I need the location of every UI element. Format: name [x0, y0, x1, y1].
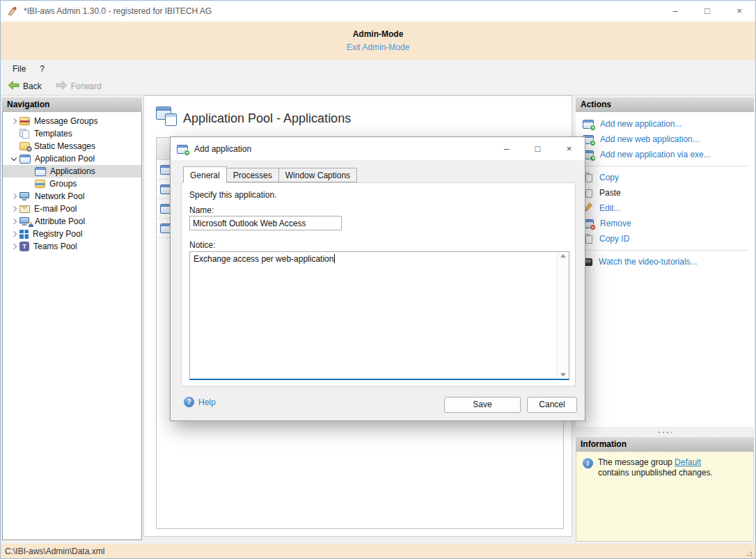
menu-file[interactable]: File	[6, 61, 33, 77]
splitter-grip-icon	[658, 431, 672, 434]
dialog-minimize-button[interactable]: –	[491, 137, 522, 160]
notice-textarea[interactable]: Exchange access per web-application	[189, 251, 569, 380]
back-arrow-icon	[8, 81, 19, 92]
help-icon: ?	[184, 397, 194, 407]
sidebar-item-applications[interactable]: Applications	[3, 165, 141, 178]
notice-text: Exchange access per web-application	[194, 254, 333, 264]
exit-admin-mode-link[interactable]: Exit Admin-Mode	[347, 42, 410, 52]
action-copy[interactable]: Copy	[576, 170, 754, 185]
maximize-button[interactable]: □	[691, 1, 723, 22]
sidebar-item-label: Network Pool	[35, 191, 84, 201]
nav-toolbar: Back Forward	[1, 77, 755, 95]
forward-arrow-icon	[56, 81, 68, 92]
action-edit[interactable]: Edit...	[576, 200, 754, 216]
tab-window-captions[interactable]: Window Captions	[279, 168, 357, 182]
dialog-tab-page-general: Specify this application. Name: Notice: …	[181, 182, 576, 386]
action-paste[interactable]: Paste	[576, 185, 754, 200]
email-pool-icon	[19, 205, 30, 213]
sidebar-item-label: Message Groups	[34, 116, 97, 126]
sidebar-item-message-groups[interactable]: Message Groups	[3, 115, 141, 127]
scroll-up-icon[interactable]	[560, 254, 566, 258]
action-label: Edit...	[599, 203, 621, 213]
menu-help[interactable]: ?	[33, 61, 52, 77]
action-label: Paste	[599, 188, 621, 198]
tab-general[interactable]: General	[183, 166, 227, 183]
information-header: Information	[576, 437, 754, 452]
save-button[interactable]: Save	[444, 397, 521, 413]
title-bar: *IBI-aws Admin 1.30.0 - registered for I…	[1, 1, 755, 22]
actions-separator	[582, 166, 748, 166]
sidebar-item-static-messages[interactable]: Static Messages	[3, 140, 141, 152]
sidebar-item-label: Groups	[49, 179, 77, 189]
chevron-right-icon[interactable]	[11, 118, 17, 124]
sidebar-item-attribute-pool[interactable]: Attribute Pool	[3, 215, 141, 228]
sidebar-item-registry-pool[interactable]: Registry Pool	[3, 228, 141, 240]
chevron-down-icon[interactable]	[11, 155, 17, 160]
forward-button[interactable]: Forward	[52, 79, 106, 93]
default-message-group-link[interactable]: Default	[675, 457, 701, 467]
forward-label: Forward	[71, 81, 102, 91]
sidebar-item-application-pool[interactable]: Application Pool	[3, 152, 141, 165]
information-message: The message group Default contains unpub…	[598, 457, 734, 541]
action-label: Watch the video-tutorials...	[599, 257, 698, 267]
action-label: Remove	[600, 219, 631, 228]
sidebar-item-label: Application Pool	[35, 154, 95, 164]
sidebar-item-label: Static Messages	[34, 141, 95, 151]
action-watch-video-tutorials[interactable]: Watch the video-tutorials...	[576, 254, 754, 269]
teams-pool-icon: T	[19, 242, 29, 251]
scroll-down-icon[interactable]	[560, 373, 566, 377]
dialog-title: Add application	[194, 144, 251, 154]
chevron-right-icon[interactable]	[11, 194, 17, 199]
info-icon: i	[583, 458, 593, 469]
actions-panel: Actions + Add new application... + Add n…	[576, 97, 754, 427]
action-add-new-application[interactable]: + Add new application...	[576, 116, 754, 132]
action-label: Add new application via exe...	[600, 150, 711, 159]
admin-mode-title: Admin-Mode	[1, 22, 755, 39]
chevron-right-icon[interactable]	[11, 244, 17, 249]
action-label: Copy	[599, 173, 619, 182]
dialog-close-button[interactable]: ×	[553, 137, 585, 160]
close-button[interactable]: ×	[723, 1, 755, 22]
back-label: Back	[23, 81, 42, 91]
dialog-title-bar: + Add application – □ ×	[171, 137, 585, 160]
actions-header: Actions	[576, 97, 754, 112]
action-add-new-web-application[interactable]: + Add new web application...	[576, 132, 754, 147]
sidebar-item-label: Applications	[50, 166, 95, 176]
panel-splitter[interactable]	[576, 427, 754, 437]
info-text: contains unpublished changes.	[598, 468, 713, 478]
dialog-add-application-icon: +	[177, 145, 188, 154]
application-pool-icon	[19, 155, 31, 164]
app-icon	[7, 6, 18, 17]
sidebar-item-templates[interactable]: Templates	[3, 127, 141, 140]
chevron-right-icon[interactable]	[11, 231, 17, 237]
action-label: Add new application...	[600, 119, 682, 129]
action-remove[interactable]: × Remove	[576, 216, 754, 231]
navigation-panel: Navigation Message Groups Templates Stat…	[2, 97, 142, 540]
static-messages-icon	[19, 142, 30, 150]
action-copy-id[interactable]: Copy ID	[576, 231, 754, 246]
chevron-right-icon[interactable]	[11, 206, 17, 212]
info-text: The message group	[598, 457, 675, 467]
message-groups-icon	[19, 117, 30, 125]
notice-label: Notice:	[189, 240, 215, 250]
back-button[interactable]: Back	[3, 79, 46, 93]
applications-icon	[35, 167, 46, 176]
chevron-right-icon[interactable]	[11, 219, 17, 224]
cancel-button[interactable]: Cancel	[527, 397, 577, 413]
dialog-tab-strip: General Processes Window Captions	[183, 166, 357, 182]
help-link[interactable]: ? Help	[184, 397, 216, 407]
sidebar-item-groups[interactable]: Groups	[3, 178, 141, 190]
minimize-button[interactable]: –	[659, 1, 691, 22]
window-title: *IBI-aws Admin 1.30.0 - registered for I…	[24, 6, 212, 16]
sidebar-item-network-pool[interactable]: Network Pool	[3, 190, 141, 203]
name-input[interactable]	[189, 216, 342, 230]
app-window: *IBI-aws Admin 1.30.0 - registered for I…	[0, 0, 756, 559]
notice-scrollbar[interactable]	[557, 252, 569, 379]
sidebar-item-teams-pool[interactable]: T Teams Pool	[3, 240, 141, 253]
dialog-maximize-button[interactable]: □	[522, 137, 553, 160]
action-label: Add new web application...	[600, 134, 700, 144]
resize-grip[interactable]	[744, 549, 753, 558]
sidebar-item-email-pool[interactable]: E-mail Pool	[3, 203, 141, 215]
tab-processes[interactable]: Processes	[227, 168, 279, 182]
action-add-new-application-via-exe[interactable]: Add new application via exe...	[576, 147, 754, 162]
